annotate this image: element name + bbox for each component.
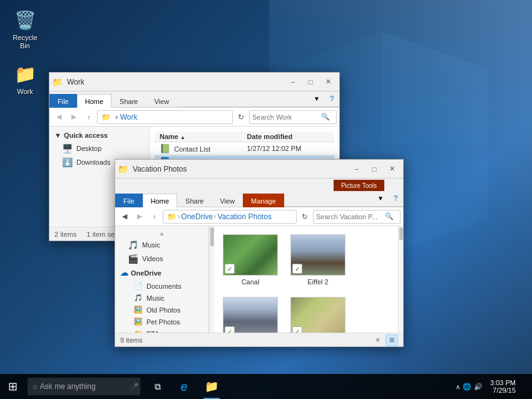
vacation-maximize-button[interactable]: □ <box>366 160 383 178</box>
taskbar-network-icon[interactable]: 🌐 <box>463 383 471 391</box>
vacation-tab-home[interactable]: Home <box>143 194 177 207</box>
work-address-path[interactable]: 📁 › Work <box>97 110 233 124</box>
photo-thumb-lozere: ✓ <box>290 297 345 333</box>
vacation-view-list[interactable]: ≡ <box>372 334 384 346</box>
taskbar-time: 3:03 PM <box>490 379 516 386</box>
vacation-tab-file[interactable]: File <box>115 194 143 207</box>
taskbar-notifications[interactable] <box>519 374 527 399</box>
sidebar-music-label: Music <box>142 241 160 249</box>
work-help-button[interactable]: ? <box>324 91 339 107</box>
work-sidebar-desktop[interactable]: 🖥️ Desktop <box>49 142 149 155</box>
photo-tile-eiffel-tower[interactable]: ✓ Eiffel Tower <box>219 294 282 333</box>
sidebar-od-music[interactable]: 🎵 Music <box>121 292 208 304</box>
work-file-row-contact[interactable]: 📗 Contact List 1/27/12 12:02 PM <box>155 142 334 155</box>
vacation-tab-manage[interactable]: Manage <box>243 194 284 207</box>
taskbar-tray: ∧ 🌐 🔊 <box>452 383 486 391</box>
vacation-tab-share[interactable]: Share <box>177 194 212 207</box>
recycle-bin-icon[interactable]: 🗑️ Recycle Bin <box>5 5 45 53</box>
work-back-button[interactable]: ◀ <box>52 110 66 124</box>
vacation-minimize-button[interactable]: − <box>348 160 366 178</box>
vacation-item-count: 9 items <box>120 336 142 344</box>
vacation-help-button[interactable]: ? <box>388 190 403 207</box>
sidebar-od-pet-photos[interactable]: 🖼️ Pet Photos <box>121 316 208 328</box>
work-refresh-button[interactable]: ↻ <box>234 110 248 124</box>
work-folder-image: 📁 <box>13 61 38 86</box>
work-minimize-button[interactable]: − <box>284 73 302 91</box>
vacation-address-bar: ◀ ▶ ↑ 📁 › OneDrive › Vacation Photos ↻ 🔍 <box>115 207 403 226</box>
work-path-work[interactable]: Work <box>120 113 138 122</box>
vacation-tab-view[interactable]: View <box>212 194 243 207</box>
work-col-modified[interactable]: Date modified <box>242 132 334 142</box>
work-up-button[interactable]: ↑ <box>82 110 96 124</box>
sidebar-scrollbar[interactable] <box>209 226 214 333</box>
vacation-back-button[interactable]: ◀ <box>118 210 131 224</box>
work-window-title: Work <box>67 78 284 86</box>
vacation-search-input[interactable] <box>316 213 385 220</box>
work-close-button[interactable]: ✕ <box>319 73 337 91</box>
vacation-path-sep2: › <box>214 213 216 220</box>
taskbar-volume-icon[interactable]: 🔊 <box>474 383 483 391</box>
vacation-view-grid[interactable]: ⊞ <box>386 334 398 346</box>
work-search-input[interactable] <box>252 113 321 121</box>
vacation-close-button[interactable]: ✕ <box>383 160 401 178</box>
vacation-search-icon[interactable]: 🔍 <box>385 212 394 220</box>
work-forward-button[interactable]: ▶ <box>67 110 81 124</box>
photo-check-eiffel-tower: ✓ <box>225 326 235 333</box>
photo-check-eiffel2: ✓ <box>292 264 302 274</box>
taskbar-apps: ⧉ e 📁 <box>145 374 225 399</box>
taskbar-search-icon: ○ <box>33 382 38 391</box>
sidebar-od-pta[interactable]: 📁 PTA <box>121 328 208 333</box>
taskbar-tray-expand[interactable]: ∧ <box>456 383 460 390</box>
photo-tile-eiffel2[interactable]: ✓ Eiffel 2 <box>287 231 349 289</box>
work-tab-view[interactable]: View <box>146 94 177 108</box>
content-scrollbar[interactable] <box>398 226 403 333</box>
sidebar-music[interactable]: 🎵 Music <box>115 238 208 252</box>
svg-marker-0 <box>382 31 488 144</box>
od-music-icon: 🎵 <box>134 294 143 302</box>
work-ribbon-tabs: File Home Share View ▼ ? <box>49 91 339 108</box>
vacation-refresh-button[interactable]: ↻ <box>298 210 312 224</box>
vacation-window-icon: 📁 <box>118 163 130 175</box>
work-ribbon-expand[interactable]: ▼ <box>309 91 324 107</box>
work-tab-file[interactable]: File <box>49 94 77 108</box>
recycle-bin-label: Recycle Bin <box>8 34 43 50</box>
photo-tile-lozere[interactable]: ✓ Lozere <box>287 294 349 333</box>
start-button[interactable]: ⊞ <box>0 374 25 399</box>
taskbar-right: ∧ 🌐 🔊 3:03 PM 7/29/15 <box>452 374 532 399</box>
vacation-path-vacation[interactable]: Vacation Photos <box>217 212 272 221</box>
sidebar-onedrive-header[interactable]: ☁ OneDrive <box>115 266 208 280</box>
work-col-name[interactable]: Name ▲ <box>155 132 242 142</box>
taskbar-task-view[interactable]: ⧉ <box>145 374 170 399</box>
sidebar-od-old-photos[interactable]: 🖼️ Old Photos <box>121 304 208 316</box>
taskbar-file-explorer[interactable]: 📁 <box>198 374 225 399</box>
vacation-address-path[interactable]: 📁 › OneDrive › Vacation Photos <box>163 210 297 224</box>
od-old-photos-label: Old Photos <box>146 306 180 314</box>
work-tab-share[interactable]: Share <box>111 94 146 108</box>
vacation-path-onedrive[interactable]: OneDrive <box>181 212 213 221</box>
sidebar-videos[interactable]: 🎬 Videos <box>115 252 208 266</box>
work-maximize-button[interactable]: □ <box>302 73 319 91</box>
photo-tile-canal[interactable]: ✓ Canal <box>219 231 282 289</box>
work-quick-access-header[interactable]: ▼ Quick access <box>49 129 149 142</box>
photo-thumb-eiffel2: ✓ <box>290 234 345 276</box>
photo-check-canal: ✓ <box>225 264 235 274</box>
vacation-view-buttons: ≡ ⊞ <box>372 334 398 346</box>
sidebar-scroll-up[interactable]: ▲ <box>115 229 208 238</box>
videos-folder-icon: 🎬 <box>128 254 138 264</box>
vacation-up-button[interactable]: ↑ <box>148 210 161 224</box>
vacation-forward-button[interactable]: ▶ <box>133 210 146 224</box>
work-tab-home[interactable]: Home <box>77 94 111 108</box>
work-folder-icon[interactable]: 📁 Work <box>5 59 45 98</box>
vacation-ribbon-expand[interactable]: ▼ <box>373 190 388 207</box>
taskbar-edge[interactable]: e <box>170 374 198 399</box>
sidebar-od-documents[interactable]: 📄 Documents <box>121 280 208 292</box>
work-search-icon[interactable]: 🔍 <box>321 113 330 121</box>
onedrive-logo-icon: ☁ <box>120 268 128 277</box>
excel-icon: 📗 <box>160 143 170 153</box>
taskbar-search-input[interactable] <box>40 382 128 391</box>
picture-tools-label: Picture Tools <box>334 180 384 191</box>
vacation-ribbon-tabs-area: Picture Tools File Home Share View Manag… <box>115 179 403 207</box>
taskbar-search[interactable]: ○ 🎤 <box>28 378 140 395</box>
taskbar-clock[interactable]: 3:03 PM 7/29/15 <box>486 379 519 394</box>
od-documents-icon: 📄 <box>134 282 143 290</box>
